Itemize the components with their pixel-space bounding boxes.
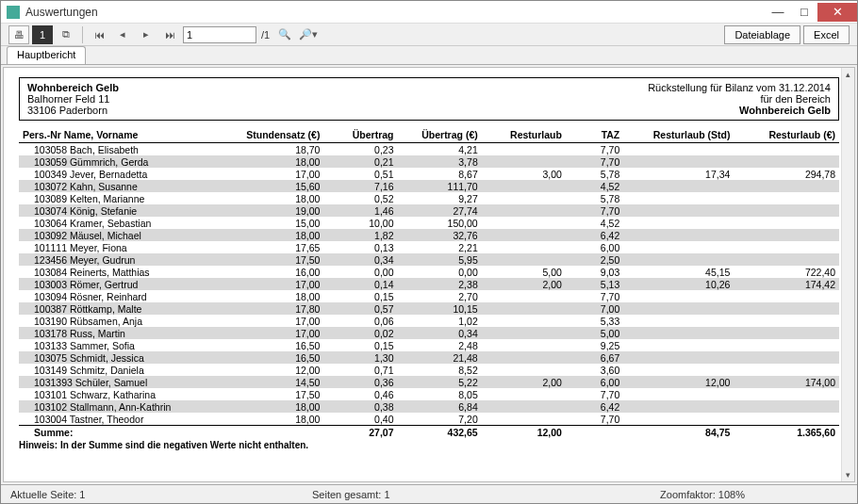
table-row: 103064 Kramer, Sebastian15,0010,00150,00… — [19, 217, 839, 229]
report-title-line3: Wohnbereich Gelb — [648, 105, 831, 116]
table-row: 103072 Kahn, Susanne15,607,16111,704,52 — [19, 180, 839, 192]
report-title-line1: Rückstellung für Bilanz vom 31.12.2014 — [648, 82, 831, 93]
minimize-button[interactable]: — — [765, 3, 791, 22]
table-row: 100387 Röttkamp, Malte17,800,5710,157,00 — [19, 302, 839, 315]
table-row: 103084 Reinerts, Matthias16,000,000,005,… — [19, 266, 839, 278]
first-page-icon[interactable]: ⏮ — [89, 25, 109, 44]
sum-resturlaub-std: 84,75 — [623, 426, 734, 439]
app-icon — [7, 6, 20, 19]
search-icon[interactable]: 🔍 — [274, 25, 295, 44]
close-button[interactable]: ✕ — [817, 3, 857, 22]
table-row: 103092 Mäusel, Michael18,001,8232,766,42 — [19, 229, 839, 241]
maximize-button[interactable]: □ — [791, 3, 817, 22]
zoom-icon[interactable]: 🔎▾ — [298, 25, 319, 44]
col-resturlaub: Resturlaub — [482, 126, 566, 143]
scroll-up-icon[interactable]: ▴ — [842, 68, 854, 81]
copy-icon[interactable]: ⧉ — [56, 25, 76, 44]
table-row: 1031393 Schüler, Samuel14,500,365,222,00… — [19, 376, 839, 388]
prev-page-icon[interactable]: ◂ — [112, 25, 133, 44]
status-bar: Aktuelle Seite: 1 Seiten gesamt: 1 Zoomf… — [1, 484, 857, 503]
status-total-pages: Seiten gesamt: 1 — [303, 489, 548, 500]
tab-bar: Hauptbericht — [1, 46, 857, 65]
report-header: Wohnbereich Gelb Balhorner Feld 11 33106… — [19, 77, 839, 121]
org-name: Wohnbereich Gelb — [27, 82, 119, 93]
table-row: 103178 Russ, Martin17,000,020,345,00 — [19, 327, 839, 339]
sum-resturlaub-eur: 1.365,60 — [734, 426, 839, 439]
next-page-icon[interactable]: ▸ — [136, 25, 157, 44]
col-resturlaub-std: Resturlaub (Std) — [623, 126, 734, 143]
dateiablage-button[interactable]: Dateiablage — [724, 25, 800, 44]
page-number-input[interactable] — [183, 26, 256, 43]
table-row: 103059 Gümmrich, Gerda18,000,213,787,70 — [19, 155, 839, 168]
excel-button[interactable]: Excel — [803, 25, 850, 44]
table-header-row: Pers.-Nr Name, Vorname Stundensatz (€) Ü… — [19, 126, 839, 143]
sum-row: Summe: 27,07 432,65 12,00 84,75 1.365,60 — [19, 426, 839, 439]
table-row: 103074 König, Stefanie19,001,4627,747,70 — [19, 204, 839, 217]
sum-label: Summe: — [19, 426, 229, 439]
col-uebertrag: Übertrag — [323, 126, 397, 143]
vertical-scrollbar[interactable]: ▴ ▾ — [841, 68, 854, 481]
sum-uebertrag-eur: 432,65 — [398, 426, 482, 439]
table-row: 103102 Stallmann, Ann-Kathrin18,000,386,… — [19, 400, 839, 413]
table-row: 103075 Schmidt, Jessica16,501,3021,486,6… — [19, 351, 839, 364]
status-current-page: Aktuelle Seite: 1 — [1, 489, 303, 500]
table-row: 103094 Rösner, Reinhard18,000,152,707,70 — [19, 290, 839, 302]
status-zoom: Zoomfaktor: 108% — [548, 489, 857, 500]
print-icon[interactable]: 🖶 — [8, 25, 29, 44]
table-row: 103089 Kelten, Marianne18,000,529,275,78 — [19, 192, 839, 204]
col-name: Pers.-Nr Name, Vorname — [19, 126, 229, 143]
titlebar: Auswertungen — □ ✕ — [1, 1, 857, 24]
sum-resturlaub: 12,00 — [482, 426, 566, 439]
table-row: 103058 Bach, Elisabeth18,700,234,217,70 — [19, 143, 839, 156]
col-rate: Stundensatz (€) — [229, 126, 323, 143]
report-title-line2: für den Bereich — [648, 93, 831, 105]
table-row: 100349 Jever, Bernadetta17,000,518,673,0… — [19, 168, 839, 180]
org-address-1: Balhorner Feld 11 — [27, 93, 119, 105]
report-viewport: Wohnbereich Gelb Balhorner Feld 11 33106… — [3, 67, 855, 482]
table-row: 103101 Schwarz, Katharina17,500,468,057,… — [19, 388, 839, 400]
tab-hauptbericht[interactable]: Hauptbericht — [7, 46, 86, 64]
table-row: 103003 Römer, Gertrud17,000,142,382,005,… — [19, 278, 839, 290]
sum-uebertrag: 27,07 — [323, 426, 397, 439]
last-page-icon[interactable]: ⏭ — [159, 25, 180, 44]
app-window: Auswertungen — □ ✕ 🖶 1 ⧉ ⏮ ◂ ▸ ⏭ /1 🔍 🔎▾… — [0, 0, 858, 504]
table-row: 101111 Meyer, Fiona17,650,132,216,00 — [19, 241, 839, 253]
table-row: 103149 Schmitz, Daniela12,000,718,523,60 — [19, 364, 839, 376]
col-uebertrag-eur: Übertrag (€) — [398, 126, 482, 143]
org-address-2: 33106 Paderborn — [27, 105, 119, 116]
col-resturlaub-eur: Resturlaub (€) — [734, 126, 839, 143]
window-title: Auswertungen — [25, 6, 765, 19]
table-row: 103133 Sammer, Sofia16,500,152,489,25 — [19, 339, 839, 351]
table-row: 103004 Tastner, Theodor18,000,407,207,70 — [19, 413, 839, 426]
col-taz: TAZ — [566, 126, 623, 143]
separator — [82, 26, 83, 43]
table-row: 123456 Meyer, Gudrun17,500,345,952,50 — [19, 253, 839, 266]
page-total-label: /1 — [261, 29, 270, 41]
table-row: 103190 Rübsamen, Anja17,000,061,025,33 — [19, 315, 839, 327]
scroll-down-icon[interactable]: ▾ — [842, 468, 854, 481]
hint-text: Hinweis: In der Summe sind die negativen… — [19, 438, 839, 452]
report-page: Wohnbereich Gelb Balhorner Feld 11 33106… — [4, 68, 854, 462]
report-table: Pers.-Nr Name, Vorname Stundensatz (€) Ü… — [19, 126, 839, 438]
page-thumb-button[interactable]: 1 — [32, 25, 53, 44]
toolbar: 🖶 1 ⧉ ⏮ ◂ ▸ ⏭ /1 🔍 🔎▾ Dateiablage Excel — [1, 24, 857, 46]
